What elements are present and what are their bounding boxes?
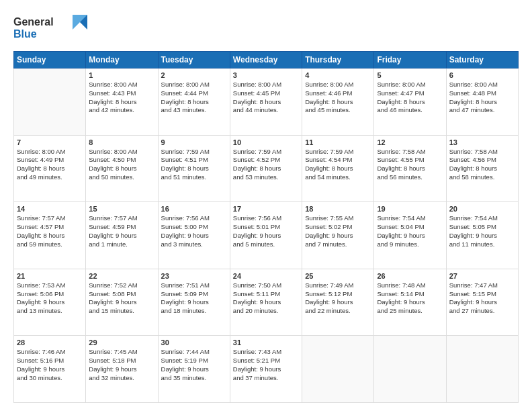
calendar-cell: 18Sunrise: 7:55 AMSunset: 5:02 PMDayligh… xyxy=(302,202,374,269)
weekday-header-friday: Friday xyxy=(374,52,446,68)
day-number: 25 xyxy=(305,272,371,280)
day-info: Sunrise: 7:45 AMSunset: 5:18 PMDaylight:… xyxy=(89,348,154,382)
day-info: Sunrise: 8:00 AMSunset: 4:49 PMDaylight:… xyxy=(17,148,83,182)
weekday-header-saturday: Saturday xyxy=(446,52,518,68)
day-number: 6 xyxy=(449,71,515,79)
day-number: 31 xyxy=(233,338,299,347)
day-number: 15 xyxy=(89,205,154,213)
calendar-cell xyxy=(14,68,86,136)
day-info: Sunrise: 8:00 AMSunset: 4:44 PMDaylight:… xyxy=(161,81,227,115)
calendar-cell: 15Sunrise: 7:57 AMSunset: 4:59 PMDayligh… xyxy=(86,202,158,269)
day-number: 11 xyxy=(305,138,371,146)
day-info: Sunrise: 7:52 AMSunset: 5:08 PMDaylight:… xyxy=(89,281,154,316)
calendar-cell xyxy=(374,336,446,403)
day-number: 16 xyxy=(161,205,227,213)
day-number: 13 xyxy=(449,138,515,146)
calendar-cell: 23Sunrise: 7:51 AMSunset: 5:09 PMDayligh… xyxy=(158,269,230,336)
day-info: Sunrise: 7:56 AMSunset: 5:01 PMDaylight:… xyxy=(233,214,299,248)
logo-svg: General Blue xyxy=(13,12,87,42)
calendar-cell: 5Sunrise: 8:00 AMSunset: 4:47 PMDaylight… xyxy=(374,68,446,136)
day-number: 26 xyxy=(377,272,443,280)
day-number: 12 xyxy=(377,138,443,146)
calendar-cell: 21Sunrise: 7:53 AMSunset: 5:06 PMDayligh… xyxy=(14,269,86,336)
calendar-cell: 20Sunrise: 7:54 AMSunset: 5:05 PMDayligh… xyxy=(446,202,518,269)
week-row-3: 21Sunrise: 7:53 AMSunset: 5:06 PMDayligh… xyxy=(14,269,519,336)
day-info: Sunrise: 8:00 AMSunset: 4:47 PMDaylight:… xyxy=(377,81,443,115)
day-info: Sunrise: 8:00 AMSunset: 4:43 PMDaylight:… xyxy=(89,81,154,115)
calendar-cell: 22Sunrise: 7:52 AMSunset: 5:08 PMDayligh… xyxy=(86,269,158,336)
day-number: 2 xyxy=(161,71,227,79)
day-info: Sunrise: 7:48 AMSunset: 5:14 PMDaylight:… xyxy=(377,281,443,316)
calendar-cell: 4Sunrise: 8:00 AMSunset: 4:46 PMDaylight… xyxy=(302,68,374,136)
calendar-cell: 17Sunrise: 7:56 AMSunset: 5:01 PMDayligh… xyxy=(230,202,302,269)
day-number: 18 xyxy=(305,205,371,213)
day-info: Sunrise: 7:57 AMSunset: 4:57 PMDaylight:… xyxy=(17,214,83,248)
weekday-header-row: SundayMondayTuesdayWednesdayThursdayFrid… xyxy=(14,52,519,68)
day-number: 7 xyxy=(17,138,83,146)
calendar-table: SundayMondayTuesdayWednesdayThursdayFrid… xyxy=(13,51,519,403)
day-number: 1 xyxy=(89,71,154,79)
calendar-cell: 31Sunrise: 7:43 AMSunset: 5:21 PMDayligh… xyxy=(230,336,302,403)
weekday-header-sunday: Sunday xyxy=(14,52,86,68)
calendar-cell: 13Sunrise: 7:58 AMSunset: 4:56 PMDayligh… xyxy=(446,135,518,202)
day-number: 3 xyxy=(233,71,299,79)
calendar-cell: 30Sunrise: 7:44 AMSunset: 5:19 PMDayligh… xyxy=(158,336,230,403)
calendar-cell: 26Sunrise: 7:48 AMSunset: 5:14 PMDayligh… xyxy=(374,269,446,336)
day-info: Sunrise: 7:55 AMSunset: 5:02 PMDaylight:… xyxy=(305,214,371,248)
day-number: 19 xyxy=(377,205,443,213)
calendar-cell: 7Sunrise: 8:00 AMSunset: 4:49 PMDaylight… xyxy=(14,135,86,202)
week-row-0: 1Sunrise: 8:00 AMSunset: 4:43 PMDaylight… xyxy=(14,68,519,136)
calendar-cell: 9Sunrise: 7:59 AMSunset: 4:51 PMDaylight… xyxy=(158,135,230,202)
week-row-1: 7Sunrise: 8:00 AMSunset: 4:49 PMDaylight… xyxy=(14,135,519,202)
day-number: 29 xyxy=(89,338,154,347)
calendar-cell: 25Sunrise: 7:49 AMSunset: 5:12 PMDayligh… xyxy=(302,269,374,336)
day-info: Sunrise: 7:54 AMSunset: 5:05 PMDaylight:… xyxy=(449,214,515,248)
day-info: Sunrise: 7:50 AMSunset: 5:11 PMDaylight:… xyxy=(233,281,299,316)
weekday-header-tuesday: Tuesday xyxy=(158,52,230,68)
day-info: Sunrise: 7:43 AMSunset: 5:21 PMDaylight:… xyxy=(233,348,299,382)
calendar-cell: 6Sunrise: 8:00 AMSunset: 4:48 PMDaylight… xyxy=(446,68,518,136)
day-info: Sunrise: 7:59 AMSunset: 4:52 PMDaylight:… xyxy=(233,148,299,182)
calendar-cell: 10Sunrise: 7:59 AMSunset: 4:52 PMDayligh… xyxy=(230,135,302,202)
day-number: 22 xyxy=(89,272,154,280)
day-number: 30 xyxy=(161,338,227,347)
day-number: 14 xyxy=(17,205,83,213)
day-number: 27 xyxy=(449,272,515,280)
calendar-cell: 29Sunrise: 7:45 AMSunset: 5:18 PMDayligh… xyxy=(86,336,158,403)
day-info: Sunrise: 7:56 AMSunset: 5:00 PMDaylight:… xyxy=(161,214,227,248)
day-number: 9 xyxy=(161,138,227,146)
day-info: Sunrise: 7:49 AMSunset: 5:12 PMDaylight:… xyxy=(305,281,371,316)
day-number: 23 xyxy=(161,272,227,280)
weekday-header-thursday: Thursday xyxy=(302,52,374,68)
calendar-cell: 2Sunrise: 8:00 AMSunset: 4:44 PMDaylight… xyxy=(158,68,230,136)
day-info: Sunrise: 7:57 AMSunset: 4:59 PMDaylight:… xyxy=(89,214,154,248)
day-number: 10 xyxy=(233,138,299,146)
day-info: Sunrise: 7:44 AMSunset: 5:19 PMDaylight:… xyxy=(161,348,227,382)
calendar-cell: 24Sunrise: 7:50 AMSunset: 5:11 PMDayligh… xyxy=(230,269,302,336)
calendar-cell: 16Sunrise: 7:56 AMSunset: 5:00 PMDayligh… xyxy=(158,202,230,269)
day-info: Sunrise: 8:00 AMSunset: 4:45 PMDaylight:… xyxy=(233,81,299,115)
calendar-cell: 19Sunrise: 7:54 AMSunset: 5:04 PMDayligh… xyxy=(374,202,446,269)
header: General Blue xyxy=(13,12,519,44)
weekday-header-monday: Monday xyxy=(86,52,158,68)
day-number: 17 xyxy=(233,205,299,213)
day-info: Sunrise: 7:59 AMSunset: 4:54 PMDaylight:… xyxy=(305,148,371,182)
calendar-cell: 8Sunrise: 8:00 AMSunset: 4:50 PMDaylight… xyxy=(86,135,158,202)
calendar-cell: 1Sunrise: 8:00 AMSunset: 4:43 PMDaylight… xyxy=(86,68,158,136)
day-info: Sunrise: 7:54 AMSunset: 5:04 PMDaylight:… xyxy=(377,214,443,248)
day-info: Sunrise: 7:47 AMSunset: 5:15 PMDaylight:… xyxy=(449,281,515,316)
day-number: 5 xyxy=(377,71,443,79)
svg-text:Blue: Blue xyxy=(13,28,37,40)
day-number: 4 xyxy=(305,71,371,79)
day-info: Sunrise: 8:00 AMSunset: 4:46 PMDaylight:… xyxy=(305,81,371,115)
week-row-4: 28Sunrise: 7:46 AMSunset: 5:16 PMDayligh… xyxy=(14,336,519,403)
day-info: Sunrise: 7:53 AMSunset: 5:06 PMDaylight:… xyxy=(17,281,83,316)
day-info: Sunrise: 7:58 AMSunset: 4:55 PMDaylight:… xyxy=(377,148,443,182)
weekday-header-wednesday: Wednesday xyxy=(230,52,302,68)
svg-text:General: General xyxy=(13,16,54,28)
calendar-cell xyxy=(446,336,518,403)
day-info: Sunrise: 7:59 AMSunset: 4:51 PMDaylight:… xyxy=(161,148,227,182)
day-info: Sunrise: 7:58 AMSunset: 4:56 PMDaylight:… xyxy=(449,148,515,182)
day-number: 28 xyxy=(17,338,83,347)
day-info: Sunrise: 8:00 AMSunset: 4:50 PMDaylight:… xyxy=(89,148,154,182)
